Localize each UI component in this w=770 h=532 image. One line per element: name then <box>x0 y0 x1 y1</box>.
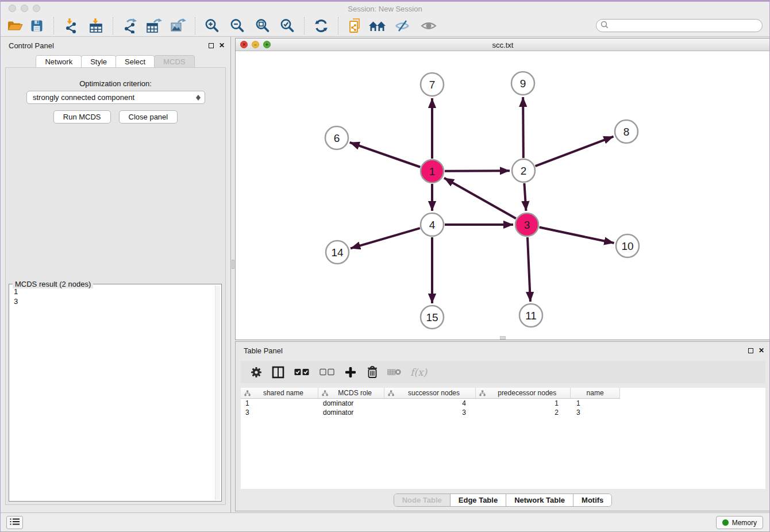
mcds-result-group: MCDS result (2 nodes) 13 <box>9 284 222 502</box>
graph-node-label-3: 3 <box>524 219 530 231</box>
import-network-icon[interactable] <box>61 17 80 35</box>
tab-select[interactable]: Select <box>116 55 155 68</box>
table-panel-title: Table Panel <box>244 346 283 355</box>
tab-style[interactable]: Style <box>81 55 116 68</box>
table-cell[interactable]: 2 <box>476 408 571 417</box>
graph-node-label-8: 8 <box>623 126 630 138</box>
graph-node-label-10: 10 <box>621 240 633 252</box>
optimization-criterion-label: Optimization criterion: <box>6 79 225 88</box>
create-column-plus-icon[interactable] <box>344 365 357 380</box>
graph-edge-3-10[interactable] <box>540 228 614 243</box>
search-box[interactable] <box>596 19 763 32</box>
network-close-icon[interactable] <box>240 41 248 48</box>
zoom-selected-icon[interactable] <box>278 17 297 35</box>
table-cell[interactable]: 3 <box>241 408 318 417</box>
criterion-select[interactable]: strongly connected component <box>26 91 205 104</box>
delete-table-icon <box>387 365 401 380</box>
tab-mcds[interactable]: MCDS <box>154 55 194 68</box>
graph-edge-1-2[interactable] <box>445 171 510 171</box>
show-columns-icon[interactable] <box>271 365 285 380</box>
toolbar-separator <box>304 17 305 34</box>
column-header-shared-name[interactable]: shared name <box>241 388 318 398</box>
graph-edge-3-1[interactable] <box>444 178 516 218</box>
network-window-title: scc.txt <box>236 38 770 49</box>
tab-network[interactable]: Network <box>36 55 82 68</box>
table-cell[interactable]: 1 <box>241 399 318 407</box>
table-tabs: Node TableEdge TableNetwork TableMotifs <box>236 494 770 507</box>
graph-node-label-11: 11 <box>525 310 537 322</box>
tab-edge-table[interactable]: Edge Table <box>451 494 506 506</box>
node-table[interactable]: shared nameMCDS rolesuccessor nodesprede… <box>241 388 765 489</box>
graph-edge-2-3[interactable] <box>524 183 526 211</box>
close-panel-icon[interactable] <box>219 42 225 49</box>
search-icon <box>600 20 609 32</box>
home-icon[interactable] <box>368 17 388 35</box>
float-table-panel-icon[interactable] <box>748 348 753 353</box>
network-maximize-icon[interactable] <box>263 41 271 48</box>
show-details-eye-icon <box>419 17 438 35</box>
vertical-splitter-handle[interactable] <box>232 260 234 269</box>
toolbar-separator <box>195 17 195 34</box>
float-panel-icon[interactable] <box>209 43 214 48</box>
network-canvas-svg: 1234678910111415 <box>236 51 770 340</box>
table-cell[interactable]: 4 <box>384 399 476 407</box>
column-label: successor nodes <box>408 389 460 397</box>
close-panel-button[interactable]: Close panel <box>119 110 178 124</box>
table-cell[interactable]: 1 <box>476 399 571 407</box>
run-mcds-button[interactable]: Run MCDS <box>53 110 111 124</box>
network-minimize-icon[interactable] <box>252 41 259 48</box>
graph-node-label-14: 14 <box>331 246 344 259</box>
graph-edge-3-11[interactable] <box>528 237 530 302</box>
graph-edge-2-8[interactable] <box>536 137 614 167</box>
column-header-mcds-role[interactable]: MCDS role <box>318 388 384 398</box>
new-network-from-file-icon[interactable] <box>345 17 365 35</box>
status-bar: Memory <box>1 512 769 531</box>
window-title: Session: New Session <box>1 5 769 13</box>
save-session-icon[interactable] <box>27 17 47 35</box>
canvas-splitter-handle[interactable] <box>500 336 506 340</box>
hide-details-eye-slash-icon[interactable] <box>392 17 412 35</box>
search-input[interactable] <box>609 20 762 31</box>
table-cell[interactable]: 3 <box>571 408 620 417</box>
network-canvas[interactable]: 1234678910111415 <box>236 51 770 340</box>
export-image-icon[interactable] <box>168 17 188 35</box>
export-network-icon[interactable] <box>120 17 140 35</box>
open-session-icon[interactable] <box>5 17 25 35</box>
table-cell[interactable]: dominator <box>318 399 384 407</box>
table-cell[interactable]: 3 <box>384 408 476 417</box>
graph-node-label-4: 4 <box>429 219 436 231</box>
column-header-successor-nodes[interactable]: successor nodes <box>384 388 476 398</box>
tab-network-table[interactable]: Network Table <box>506 494 573 506</box>
select-all-columns-icon[interactable] <box>293 365 310 380</box>
graph-edge-4-14[interactable] <box>351 228 420 248</box>
zoom-fit-icon[interactable] <box>253 17 272 35</box>
graph-edge-2-9[interactable] <box>523 97 523 158</box>
delete-column-trash-icon[interactable] <box>365 365 379 380</box>
zoom-in-icon[interactable] <box>202 17 222 35</box>
import-table-icon[interactable] <box>86 17 106 35</box>
table-cell[interactable]: 1 <box>571 399 620 407</box>
graph-edge-1-6[interactable] <box>350 142 421 167</box>
export-table-icon[interactable] <box>144 17 164 35</box>
table-cell[interactable]: dominator <box>318 408 384 417</box>
column-header-predecessor-nodes[interactable]: predecessor nodes <box>476 388 571 398</box>
close-table-panel-icon[interactable] <box>759 347 764 354</box>
function-builder-fx: f(x) <box>410 367 427 378</box>
refresh-layout-icon[interactable] <box>311 17 331 35</box>
network-window-titlebar: scc.txt <box>236 38 770 51</box>
task-history-button[interactable] <box>6 516 23 529</box>
tab-motifs[interactable]: Motifs <box>573 494 611 506</box>
table-row[interactable]: 3dominator323 <box>241 408 620 417</box>
zoom-out-icon[interactable] <box>228 17 247 35</box>
table-row[interactable]: 1dominator411 <box>241 399 620 408</box>
result-scrollbar[interactable] <box>215 286 220 500</box>
mcds-result-title: MCDS result (2 nodes) <box>13 280 93 288</box>
tab-node-table[interactable]: Node Table <box>394 494 451 506</box>
unselect-all-columns-icon[interactable] <box>318 365 336 380</box>
table-settings-gear-icon[interactable] <box>249 365 263 380</box>
graph-node-label-1: 1 <box>429 165 436 178</box>
memory-button[interactable]: Memory <box>716 516 763 529</box>
table-toolbar: f(x) <box>241 361 765 383</box>
column-header-name[interactable]: name <box>571 388 619 398</box>
main-toolbar <box>1 15 769 37</box>
